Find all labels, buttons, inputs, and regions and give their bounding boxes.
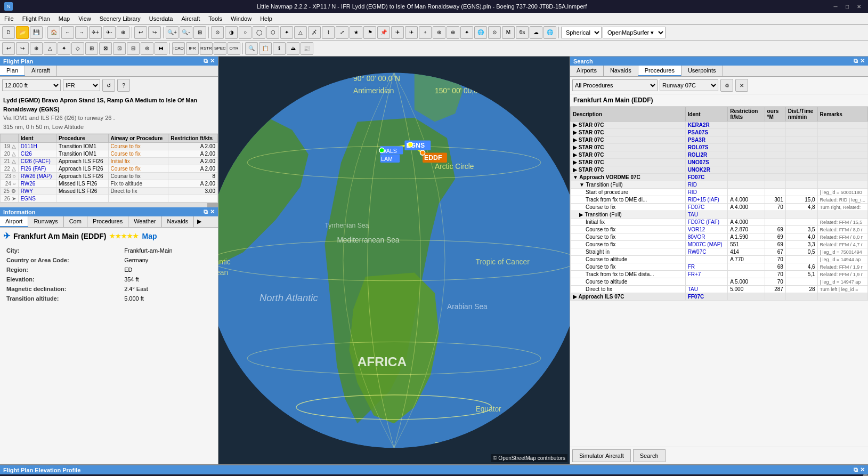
search-clear-btn[interactable]: ✕ [735,79,748,92]
fp-refresh[interactable]: ↺ [102,79,115,92]
search-tab-userpoints[interactable]: Userpoints [682,66,723,76]
tb-ac10[interactable]: 6s [516,26,529,39]
proc-table-row[interactable]: Direct to fix TAU 5.000 287 28 Turn left… [571,286,868,293]
tb-b2[interactable]: ◑ [225,26,238,39]
info-tab-navaids[interactable]: Navaids [162,216,194,227]
tb-new[interactable]: 🗋 [2,26,15,39]
tb2-wp4[interactable]: ⊟ [127,42,140,55]
proc-table-row[interactable]: Course to altitude A 5.000 70 | leg_id =… [571,278,868,286]
tb2-elev[interactable]: ⛰ [287,42,299,55]
proc-table-row[interactable]: ▼ Approach VORDME 07C FD07C [571,174,868,181]
tb-open[interactable]: 📂 [16,26,29,39]
proc-table-row[interactable]: Course to fix VOR12 A 2.870 69 3,5 Relat… [571,226,868,233]
menu-map[interactable]: Map [54,14,74,23]
tb-add[interactable]: ✈+ [89,26,102,39]
map-area[interactable]: 150° 00' 00,0"E Arctic Circle Tropic of … [218,57,570,464]
proc-table-row[interactable]: Course to fix 80VOR A 1.590 69 4,0 Relat… [571,233,868,241]
fp-row-ident[interactable]: FI26 (FAF) [18,165,56,173]
tb-cloud[interactable]: ☁ [530,26,542,39]
tb-pin[interactable]: 📌 [377,26,390,39]
map-provider-select[interactable]: OpenMapSurfer ▾ [603,27,666,38]
tb-home[interactable]: 🏠 [47,26,60,39]
minimize-button[interactable]: ─ [831,2,840,11]
elev-close[interactable]: ✕ [860,466,865,473]
tb-ac9[interactable]: M [502,26,515,39]
fp-table-row[interactable]: 26 ➤ EGNS [1,195,218,203]
info-tab-airport[interactable]: Airport [0,216,28,227]
elev-undock[interactable]: ⧉ [854,466,858,473]
tb-prev[interactable]: ← [61,26,74,39]
fp-row-ident[interactable]: CI26 (FACF) [18,158,56,165]
menu-window[interactable]: Window [226,14,256,23]
menu-file[interactable]: File [0,14,18,23]
tb2-search[interactable]: 🔍 [245,42,258,55]
fp-table-row[interactable]: 21 △ CI26 (FACF) Approach ILS FI26 Initi… [1,158,218,165]
tb-b5[interactable]: ⬡ [266,26,279,39]
tb-b3[interactable]: ○ [239,26,252,39]
tb-b8[interactable]: 〆 [308,26,321,39]
proc-table-row[interactable]: Course to fix MD07C (MAP) 551 69 3,3 Rel… [571,241,868,248]
info-tab-procedures[interactable]: Procedures [87,216,128,227]
tb-b1[interactable]: ⊙ [211,26,224,39]
proc-table-row[interactable]: ▶ STAR 07C ROLI2R [571,151,868,159]
tb2-ndb[interactable]: △ [44,42,56,55]
procedure-filter-select[interactable]: All Procedures [572,79,658,91]
search-undock[interactable]: ⧉ [854,58,858,64]
proc-table-row[interactable]: Straight in RW07C 414 67 0,5 | leg_id = … [571,248,868,256]
tb-ac6[interactable]: ✦ [460,26,473,39]
info-tab-more[interactable]: ▶ [194,216,205,227]
tb-ac4[interactable]: ⊛ [433,26,445,39]
runway-filter-select[interactable]: Runway 07C [660,79,718,91]
proc-table-row[interactable]: Start of procedure RID | leg_id = 500011… [571,189,868,196]
proc-table-row[interactable]: ▶ STAR 07C PSA3R [571,136,868,144]
fp-table-row[interactable]: 23 ○ RW26 (MAP) Approach ILS FI26 Course… [1,173,218,180]
tb-flag[interactable]: ⚑ [363,26,376,39]
search-tab-navaids[interactable]: Navaids [604,66,638,76]
fp-table-row[interactable]: 24 ○ RW26 Missed ILS FI26 Fix to altitud… [1,180,218,188]
tb2-msg[interactable]: 📰 [301,42,313,55]
tb-ac2[interactable]: ✈ [405,26,418,39]
tb2-wp6[interactable]: ⧓ [155,42,167,55]
info-close[interactable]: ✕ [210,208,215,215]
search-tab-procedures[interactable]: Procedures [638,66,682,76]
proc-table-row[interactable]: ▶ STAR 07C UNO07S [571,159,868,166]
tb-globe[interactable]: 🌐 [543,26,556,39]
tb-redo[interactable]: ↪ [148,26,161,39]
tb-next[interactable]: → [75,26,88,39]
proc-table-row[interactable]: ▶ Approach ILS 07C FF07C [571,293,868,301]
fp-table-row[interactable]: 25 ⚙ RWY Missed ILS FI26 Direct to fix 3… [1,188,218,195]
proc-table-wrapper[interactable]: Description Ident Restriction ft/kts our… [570,107,868,447]
tb-b10[interactable]: ⤢ [336,26,348,39]
proc-table-row[interactable]: Track from fix to DME dista... FR+7 70 5… [571,271,868,278]
fp-tab-aircraft[interactable]: Aircraft [25,66,57,76]
tb-zoom-in[interactable]: 🔍+ [166,26,179,39]
tb2-wp[interactable]: ⊞ [85,42,98,55]
proc-table-row[interactable]: ▶ STAR 07C PSA07S [571,129,868,136]
info-tab-weather[interactable]: Weather [128,216,161,227]
info-tab-runways[interactable]: Runways [28,216,63,227]
search-filter-btn[interactable]: ⚙ [720,79,733,92]
proc-table-row[interactable]: ▶ STAR 07C UNOK2R [571,166,868,174]
tb-aircraft[interactable]: ✈ [391,26,404,39]
tb2-vor[interactable]: ✦ [58,42,70,55]
info-tab-com[interactable]: Com [64,216,87,227]
tb2-icao[interactable]: ICAO [172,42,185,55]
fp-close[interactable]: ✕ [210,58,215,64]
tb2-fp[interactable]: 📋 [259,42,272,55]
map-link[interactable]: Map [142,232,157,240]
menu-view[interactable]: View [74,14,95,23]
tb-ac3[interactable]: ⍏ [419,26,432,39]
tb2-undo[interactable]: ↩ [2,42,15,55]
tb-b9[interactable]: ⌇ [322,26,335,39]
fp-table-row[interactable]: 22 △ FI26 (FAF) Approach ILS FI26 Course… [1,165,218,173]
simulator-aircraft-button[interactable]: Simulator Aircraft [572,449,631,462]
fp-row-ident[interactable]: D111H [18,143,56,150]
tb2-fix[interactable]: ◇ [71,42,84,55]
tb-ac8[interactable]: ⊙ [488,26,501,39]
projection-select[interactable]: Spherical Mercator [561,27,602,38]
proc-table-row[interactable]: Course to altitude A 770 70 | leg_id = 1… [571,256,868,263]
tb2-rstr[interactable]: RSTR [200,42,213,55]
fp-table-row[interactable]: 20 △ CI26 Transition IOM1 Course to fix … [1,150,218,158]
tb-b7[interactable]: △ [294,26,307,39]
proc-table-row[interactable]: ▶ STAR 07C KERA2R [571,122,868,129]
